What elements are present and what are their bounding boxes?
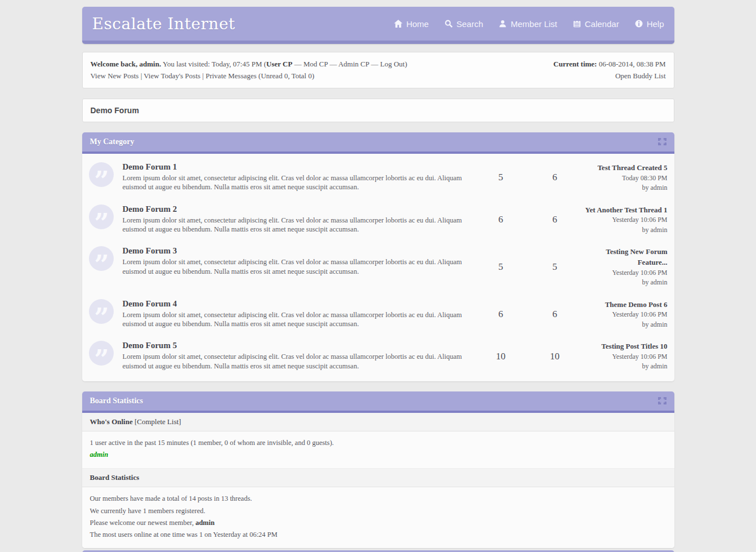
page-container: Escalate Internet Home Search Member Lis… — [82, 7, 674, 552]
lastpost-title-link[interactable]: Yet Another Test Thread 1 — [575, 205, 668, 216]
nav-help-label: Help — [647, 19, 664, 29]
forum-lastpost: Testing New Forum Feature... Yesterday 1… — [575, 246, 668, 287]
stats-line-posts: Our members have made a total of 14 post… — [90, 493, 666, 505]
view-todays-posts-link[interactable]: View Today's Posts — [144, 72, 200, 80]
online-user-link[interactable]: admin — [90, 449, 666, 461]
category-header: My Category — [82, 132, 674, 154]
view-new-posts-link[interactable]: View New Posts — [91, 72, 139, 80]
forum-main: Demo Forum 1 Lorem ipsum dolor sit amet,… — [123, 162, 467, 192]
collapse-icon[interactable] — [658, 138, 666, 145]
forum-lastpost: Theme Demo Post 6 Yesterday 10:06 PM by … — [575, 299, 668, 330]
stats-line-newest: Please welcome our newest member, admin — [90, 517, 666, 529]
board-statistics-header: Board Statistics — [82, 391, 674, 413]
lastpost-time: Yesterday 10:06 PM — [575, 215, 668, 225]
forum-description: Lorem ipsum dolor sit amet, consectetur … — [123, 257, 467, 276]
board-stats-heading: Board Statistics — [90, 473, 140, 482]
category-panel: My Category ” Demo Forum 1 Lorem ipsum d… — [82, 132, 674, 381]
lastpost-title-link[interactable]: Theme Demo Post 6 — [575, 300, 668, 310]
lastpost-time: Today 08:30 PM — [575, 173, 668, 183]
forum-name-link[interactable]: Demo Forum 3 — [123, 246, 467, 256]
site-header: Escalate Internet Home Search Member Lis… — [82, 7, 674, 44]
paren-close: ) — [405, 60, 407, 68]
whos-online-content: 1 user active in the past 15 minutes (1 … — [82, 431, 674, 469]
forum-lastpost: Test Thread Created 5 Today 08:30 PM by … — [575, 162, 668, 193]
forum-quote-icon: ” — [89, 341, 114, 366]
nav-home[interactable]: Home — [394, 19, 429, 29]
forum-quote-icon: ” — [89, 162, 114, 187]
log-out-link[interactable]: Log Out — [380, 60, 405, 68]
admin-cp-link[interactable]: Admin CP — [338, 60, 369, 68]
forum-quote-icon: ” — [89, 246, 114, 271]
board-stats-bar: Board Statistics — [82, 469, 674, 487]
forum-row: ” Demo Forum 5 Lorem ipsum dolor sit ame… — [82, 335, 674, 377]
user-cp-link[interactable]: User CP — [266, 60, 292, 68]
lastpost-author[interactable]: by admin — [575, 183, 668, 193]
nav-calendar[interactable]: Calendar — [573, 19, 619, 29]
welcome-line1: Welcome back, admin. You last visited: T… — [91, 58, 408, 70]
welcome-left: Welcome back, admin. You last visited: T… — [91, 58, 408, 82]
forum-name-link[interactable]: Demo Forum 2 — [123, 204, 467, 214]
forum-main: Demo Forum 4 Lorem ipsum dolor sit amet,… — [123, 299, 467, 329]
breadcrumb-label[interactable]: Demo Forum — [91, 106, 139, 115]
nav-search[interactable]: Search — [445, 19, 484, 29]
nav-calendar-label: Calendar — [585, 19, 619, 29]
whos-online-heading: Who's Online — [90, 417, 133, 426]
forum-thread-count: 6 — [467, 214, 535, 225]
complete-list-link[interactable]: Complete List — [137, 417, 178, 426]
forum-row: ” Demo Forum 2 Lorem ipsum dolor sit ame… — [82, 198, 674, 241]
open-buddy-list-link[interactable]: Open Buddy List — [553, 70, 665, 82]
board-statistics-title: Board Statistics — [90, 397, 144, 406]
forum-post-count: 10 — [535, 351, 575, 362]
forum-description: Lorem ipsum dolor sit amet, consectetur … — [123, 352, 467, 371]
category-title: My Category — [90, 137, 135, 146]
forum-description: Lorem ipsum dolor sit amet, consectetur … — [123, 173, 467, 192]
nav-member-list[interactable]: Member List — [499, 19, 557, 29]
lastpost-author[interactable]: by admin — [575, 225, 668, 235]
home-icon — [394, 20, 402, 28]
board-statistics-body: Who's Online [Complete List] 1 user acti… — [82, 413, 674, 549]
welcome-line2: View New Posts | View Today's Posts | Pr… — [91, 70, 408, 82]
forum-description: Lorem ipsum dolor sit amet, consectetur … — [123, 216, 467, 234]
lastpost-time: Yesterday 10:06 PM — [575, 352, 668, 362]
calendar-icon — [573, 20, 581, 28]
newest-member-link[interactable]: admin — [195, 519, 214, 527]
forum-lastpost: Yet Another Test Thread 1 Yesterday 10:0… — [575, 204, 668, 235]
mod-cp-link[interactable]: Mod CP — [303, 60, 328, 68]
lastpost-author[interactable]: by admin — [575, 362, 668, 371]
current-time-label: Current time: — [553, 60, 597, 68]
forum-post-count: 6 — [535, 172, 575, 183]
welcome-greeting: Welcome back, admin. — [91, 60, 162, 68]
forum-name-link[interactable]: Demo Forum 4 — [123, 299, 467, 309]
forum-lastpost: Testing Post Titles 10 Yesterday 10:06 P… — [575, 341, 668, 372]
separator: — — [329, 60, 337, 68]
main-nav: Home Search Member List Calendar Help — [394, 19, 664, 29]
forum-thread-count: 5 — [467, 172, 535, 183]
bracket-close: ] — [178, 417, 181, 426]
forum-row: ” Demo Forum 3 Lorem ipsum dolor sit ame… — [82, 240, 674, 292]
nav-help[interactable]: Help — [635, 19, 664, 29]
forum-post-count: 6 — [535, 214, 575, 225]
private-messages-link[interactable]: Private Messages (Unread 0, Total 0) — [205, 72, 314, 80]
lastpost-author[interactable]: by admin — [575, 278, 668, 287]
forum-name-link[interactable]: Demo Forum 1 — [123, 162, 467, 172]
welcome-right: Current time: 06-08-2014, 08:38 PM Open … — [553, 58, 665, 82]
forum-row: ” Demo Forum 1 Lorem ipsum dolor sit ame… — [82, 156, 674, 198]
separator: | — [202, 72, 204, 80]
site-logo[interactable]: Escalate Internet — [92, 15, 235, 33]
forum-main: Demo Forum 5 Lorem ipsum dolor sit amet,… — [123, 341, 467, 371]
forum-main: Demo Forum 3 Lorem ipsum dolor sit amet,… — [123, 246, 467, 276]
forum-post-count: 5 — [535, 261, 575, 273]
forum-description: Lorem ipsum dolor sit amet, consectetur … — [123, 310, 467, 329]
lastpost-author[interactable]: by admin — [575, 320, 668, 330]
separator: — — [371, 60, 378, 68]
lastpost-title-link[interactable]: Testing Post Titles 10 — [575, 341, 668, 352]
forum-thread-count: 10 — [467, 351, 535, 362]
forum-row: ” Demo Forum 4 Lorem ipsum dolor sit ame… — [82, 293, 674, 335]
forum-name-link[interactable]: Demo Forum 5 — [123, 341, 467, 350]
forum-thread-count: 5 — [467, 261, 535, 273]
forum-quote-icon: ” — [89, 204, 114, 229]
collapse-icon[interactable] — [658, 397, 666, 404]
lastpost-title-link[interactable]: Testing New Forum Feature... — [575, 247, 668, 268]
lastpost-title-link[interactable]: Test Thread Created 5 — [575, 163, 668, 173]
whos-online-bar: Who's Online [Complete List] — [82, 413, 674, 431]
